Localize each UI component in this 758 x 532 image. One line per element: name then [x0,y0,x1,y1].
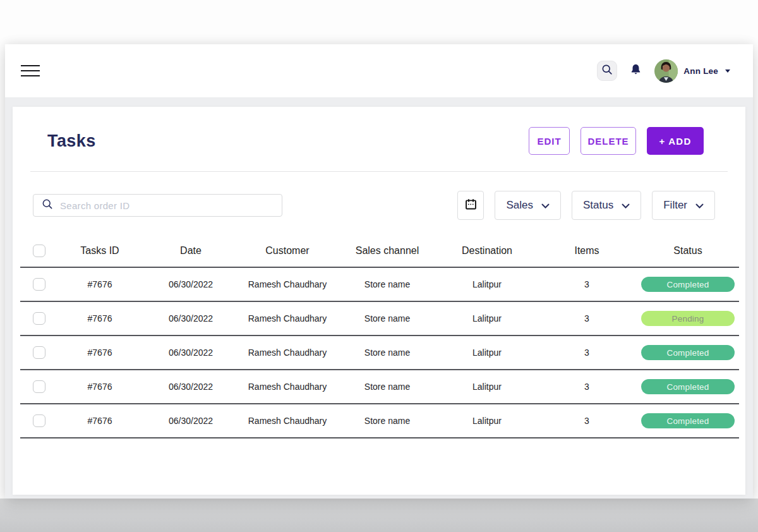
cell-destination: Lalitpur [437,279,537,289]
table-header-row: Tasks IDDateCustomerSales channelDestina… [20,235,739,268]
cell-id: #7676 [56,382,144,392]
column-header: Items [537,245,637,257]
card-header: Tasks EDIT DELETE + ADD [13,107,745,171]
table-row: #767606/30/2022Ramesh ChaudharyStore nam… [20,370,739,404]
page-title: Tasks [47,131,96,151]
cell-sales-channel: Store name [337,382,437,392]
avatar [654,59,678,83]
order-search-box[interactable] [33,194,282,217]
checkbox-cell [20,312,56,325]
calendar-button[interactable] [457,191,484,220]
status-dropdown[interactable]: Status [572,191,641,220]
cell-id: #7676 [56,279,144,289]
column-header: Sales channel [337,245,437,257]
toolbar: Sales Status Filter [13,172,745,233]
checkbox-cell [20,380,56,393]
table-row: #767606/30/2022Ramesh ChaudharyStore nam… [20,268,739,302]
cell-items: 3 [537,279,637,289]
filter-dropdown-label: Filter [663,199,687,212]
cell-items: 3 [537,348,637,358]
cell-date: 06/30/2022 [144,348,238,358]
sales-dropdown[interactable]: Sales [495,191,561,220]
table-body: #767606/30/2022Ramesh ChaudharyStore nam… [20,268,739,438]
table-row: #767606/30/2022Ramesh ChaudharyStore nam… [20,404,739,438]
cell-date: 06/30/2022 [144,279,238,289]
topbar-search-button[interactable] [597,61,617,81]
column-header: Date [144,245,238,257]
bell-icon [630,63,642,78]
cell-customer: Ramesh Chaudhary [238,348,337,358]
status-badge: Completed [641,379,735,394]
column-header: Status [637,245,739,257]
filter-dropdown[interactable]: Filter [652,191,715,220]
tasks-card: Tasks EDIT DELETE + ADD [13,107,745,495]
cell-items: 3 [537,382,637,392]
edit-button[interactable]: EDIT [529,127,570,155]
row-checkbox[interactable] [33,312,45,325]
chevron-down-icon [622,199,630,212]
cell-date: 06/30/2022 [144,382,238,392]
cell-destination: Lalitpur [437,382,537,392]
table-row: #767606/30/2022Ramesh ChaudharyStore nam… [20,302,739,336]
cell-items: 3 [537,313,637,323]
chevron-down-icon [695,199,704,212]
cell-sales-channel: Store name [337,313,437,323]
cell-status: Completed [637,277,739,292]
cell-destination: Lalitpur [437,348,537,358]
cell-sales-channel: Store name [337,279,437,289]
cell-status: Pending [637,311,739,326]
search-icon [601,64,613,78]
checkbox-cell [20,414,56,427]
row-checkbox[interactable] [33,346,45,359]
row-checkbox[interactable] [33,278,45,291]
checkbox-cell [20,278,56,291]
calendar-icon [464,198,478,213]
cell-items: 3 [537,416,637,426]
cell-sales-channel: Store name [337,348,437,358]
profile-menu[interactable]: Ann Lee [654,59,730,83]
cell-customer: Ramesh Chaudhary [238,416,337,426]
row-checkbox[interactable] [33,380,45,393]
cell-date: 06/30/2022 [144,313,238,323]
hamburger-menu-icon[interactable] [21,61,40,80]
delete-button[interactable]: DELETE [581,127,636,155]
add-button[interactable]: + ADD [647,127,704,155]
cell-id: #7676 [56,416,144,426]
row-checkbox[interactable] [33,414,45,427]
checkbox-cell [20,346,56,359]
cell-customer: Ramesh Chaudhary [238,313,337,323]
column-header: Destination [437,245,537,257]
column-header: Customer [238,245,337,257]
checkbox-cell [20,245,56,257]
status-badge: Completed [641,345,735,360]
cell-sales-channel: Store name [337,416,437,426]
cell-date: 06/30/2022 [144,416,238,426]
user-name: Ann Lee [683,66,718,76]
search-icon [42,198,53,212]
cell-status: Completed [637,345,739,360]
search-input[interactable] [60,200,274,211]
cell-customer: Ramesh Chaudhary [238,279,337,289]
page-background-band [0,499,758,532]
tasks-table: Tasks IDDateCustomerSales channelDestina… [20,235,739,438]
sales-dropdown-label: Sales [506,199,533,212]
cell-customer: Ramesh Chaudhary [238,382,337,392]
cell-status: Completed [637,413,739,428]
cell-id: #7676 [56,348,144,358]
chevron-down-icon [541,199,550,212]
status-badge: Pending [641,311,735,326]
status-dropdown-label: Status [583,199,613,212]
chevron-down-icon [725,70,730,73]
cell-destination: Lalitpur [437,313,537,323]
cell-destination: Lalitpur [437,416,537,426]
status-badge: Completed [641,413,735,428]
app-window: Ann Lee Tasks EDIT DELETE + ADD [5,44,753,499]
notifications-button[interactable] [629,62,643,80]
cell-status: Completed [637,379,739,394]
table-row: #767606/30/2022Ramesh ChaudharyStore nam… [20,336,739,370]
topbar: Ann Lee [5,44,753,97]
cell-id: #7676 [56,313,144,323]
select-all-checkbox[interactable] [33,245,45,257]
status-badge: Completed [641,277,735,292]
column-header: Tasks ID [56,245,144,257]
